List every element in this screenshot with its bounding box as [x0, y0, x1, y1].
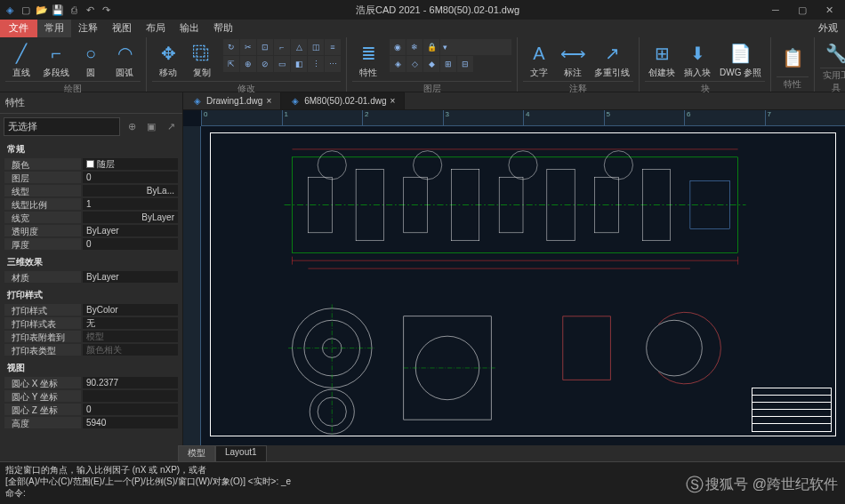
panel-properties: 📋 特性: [771, 37, 815, 92]
layer-properties-button[interactable]: ≣特性: [352, 39, 384, 81]
prop-linetype[interactable]: 线型ByLa...: [0, 184, 182, 197]
text-button[interactable]: A文字: [523, 39, 555, 81]
model-tab[interactable]: 模型: [178, 445, 215, 461]
layer-tool-icon[interactable]: ◆: [423, 56, 439, 72]
prop-layer[interactable]: 图层0: [0, 171, 182, 184]
move-button[interactable]: ✥移动: [152, 39, 184, 81]
prop-plottype[interactable]: 打印表类型颜色相关: [0, 343, 182, 356]
layer-dropdown[interactable]: ▾: [440, 39, 511, 55]
prop-centerz[interactable]: 圆心 Z 坐标0: [0, 403, 182, 416]
drawing-canvas[interactable]: 01234567: [183, 110, 845, 445]
prop-thickness[interactable]: 厚度0: [0, 237, 182, 251]
modify-tool-icon[interactable]: ◧: [291, 56, 307, 72]
dimension-button[interactable]: ⟷标注: [557, 39, 589, 81]
close-tab-icon[interactable]: ×: [390, 96, 396, 106]
prop-material[interactable]: 材质ByLayer: [0, 270, 182, 284]
command-prompt: 命令:: [5, 487, 26, 499]
new-icon[interactable]: ▢: [20, 4, 32, 16]
layer-tool-icon[interactable]: ⊟: [457, 56, 473, 72]
close-tab-icon[interactable]: ×: [266, 96, 271, 106]
properties-button[interactable]: 📋: [777, 39, 809, 76]
modify-tool-icon[interactable]: ⊘: [257, 56, 273, 72]
leader-button[interactable]: ↗多重引线: [591, 39, 633, 81]
prop-plotstyle[interactable]: 打印样式ByColor: [0, 303, 182, 316]
modify-tool-icon[interactable]: ⋮: [308, 56, 324, 72]
layer-tool-icon[interactable]: ⊞: [440, 56, 456, 72]
modify-tool-icon[interactable]: ⌐: [274, 39, 290, 55]
open-icon[interactable]: 📂: [36, 4, 48, 16]
menu-help[interactable]: 帮助: [206, 20, 240, 37]
modify-tool-icon[interactable]: ↻: [223, 39, 239, 55]
create-block-button[interactable]: ⊞创建块: [645, 39, 679, 81]
layer-tool-icon[interactable]: ❄: [406, 39, 422, 55]
panel-modify: ✥移动 ⿻复制 ↻✂⊡⌐△◫≡ ⇱⊕⊘▭◧⋮⋯ 修改: [147, 37, 347, 92]
file-menu[interactable]: 文件: [0, 20, 37, 37]
vertical-ruler: [183, 126, 201, 445]
prop-centerx[interactable]: 圆心 X 坐标90.2377: [0, 376, 182, 389]
modify-tool-icon[interactable]: ▭: [274, 56, 290, 72]
select-icon[interactable]: ▣: [143, 119, 159, 135]
doc-tab-1[interactable]: ◈Drawing1.dwg×: [183, 92, 281, 109]
modify-tool-icon[interactable]: ◫: [308, 39, 324, 55]
layer-tool-icon[interactable]: ◉: [390, 39, 406, 55]
menu-view[interactable]: 视图: [105, 20, 139, 37]
prop-lineweight[interactable]: 线宽ByLayer: [0, 211, 182, 224]
prop-centery[interactable]: 圆心 Y 坐标: [0, 389, 182, 403]
menu-annotate[interactable]: 注释: [71, 20, 105, 37]
print-icon[interactable]: ⎙: [68, 4, 80, 16]
prop-ltscale[interactable]: 线型比例1: [0, 197, 182, 211]
menubar: 文件 常用 注释 视图 布局 输出 帮助 外观: [0, 20, 845, 37]
line-button[interactable]: ╱直线: [5, 39, 37, 81]
command-line[interactable]: 指定窗口的角点，输入比例因子 (nX 或 nXP)，或者 [全部(A)/中心(C…: [0, 461, 845, 504]
dwg-icon: ◈: [192, 96, 203, 107]
svg-point-11: [318, 151, 346, 180]
layout-tabs: 模型 Layout1: [0, 445, 845, 461]
polyline-button[interactable]: ⌐多段线: [39, 39, 73, 81]
prop-plotattach[interactable]: 打印表附着到模型: [0, 330, 182, 343]
modify-tool-icon[interactable]: ⋯: [325, 56, 341, 72]
save-icon[interactable]: 💾: [52, 4, 64, 16]
command-history-2: [全部(A)/中心(C)/范围(E)/上一个(P)/比例(S)/窗口(W)/对象…: [5, 476, 840, 487]
drawing-border: [210, 132, 836, 436]
copy-button[interactable]: ⿻复制: [186, 39, 218, 81]
undo-icon[interactable]: ↶: [84, 4, 96, 16]
prop-transparency[interactable]: 透明度ByLayer: [0, 224, 182, 237]
appearance-link[interactable]: 外观: [811, 20, 845, 37]
app-icon[interactable]: ◈: [4, 4, 16, 16]
minimize-button[interactable]: ─: [763, 2, 788, 18]
menu-layout[interactable]: 布局: [139, 20, 173, 37]
pick-icon[interactable]: ↗: [163, 119, 179, 135]
layer-tool-icon[interactable]: ◈: [390, 56, 406, 72]
modify-tool-icon[interactable]: ⊡: [257, 39, 273, 55]
panel-draw: ╱直线 ⌐多段线 ○圆 ◠圆弧 绘图: [0, 37, 147, 92]
modify-tool-icon[interactable]: △: [291, 39, 307, 55]
prop-plottable[interactable]: 打印样式表无: [0, 316, 182, 330]
modify-tool-icon[interactable]: ≡: [325, 39, 341, 55]
redo-icon[interactable]: ↷: [100, 4, 112, 16]
layer-tool-icon[interactable]: ◇: [406, 56, 422, 72]
doc-tab-2[interactable]: ◈6M80(50).02-01.dwg×: [281, 92, 405, 109]
modify-tool-icon[interactable]: ⇱: [223, 56, 239, 72]
layout-tab[interactable]: Layout1: [215, 445, 267, 461]
insert-block-button[interactable]: ⬇插入块: [680, 39, 714, 81]
command-input[interactable]: [29, 487, 840, 499]
circle-button[interactable]: ○圆: [75, 39, 107, 81]
arc-button[interactable]: ◠圆弧: [109, 39, 141, 81]
modify-tool-icon[interactable]: ✂: [240, 39, 256, 55]
layer-tool-icon[interactable]: 🔒: [423, 39, 439, 55]
menu-output[interactable]: 输出: [173, 20, 206, 37]
quick-select-icon[interactable]: ⊕: [124, 119, 140, 135]
close-button[interactable]: ✕: [817, 2, 841, 18]
modify-tool-icon[interactable]: ⊕: [240, 56, 256, 72]
properties-title: 特性: [0, 92, 182, 114]
selection-dropdown[interactable]: 无选择: [4, 117, 120, 136]
dwg-ref-button[interactable]: 📄DWG 参照: [716, 39, 765, 81]
utilities-button[interactable]: 🔧: [820, 39, 845, 68]
prop-color[interactable]: 颜色随层: [0, 157, 182, 171]
svg-point-12: [414, 151, 442, 180]
prop-height[interactable]: 高度5940: [0, 416, 182, 429]
menu-home[interactable]: 常用: [37, 20, 71, 37]
titlebar: ◈ ▢ 📂 💾 ⎙ ↶ ↷ 浩辰CAD 2021 - 6M80(50).02-0…: [0, 0, 845, 20]
maximize-button[interactable]: ▢: [790, 2, 815, 18]
quick-access-toolbar: ◈ ▢ 📂 💾 ⎙ ↶ ↷: [4, 4, 112, 16]
